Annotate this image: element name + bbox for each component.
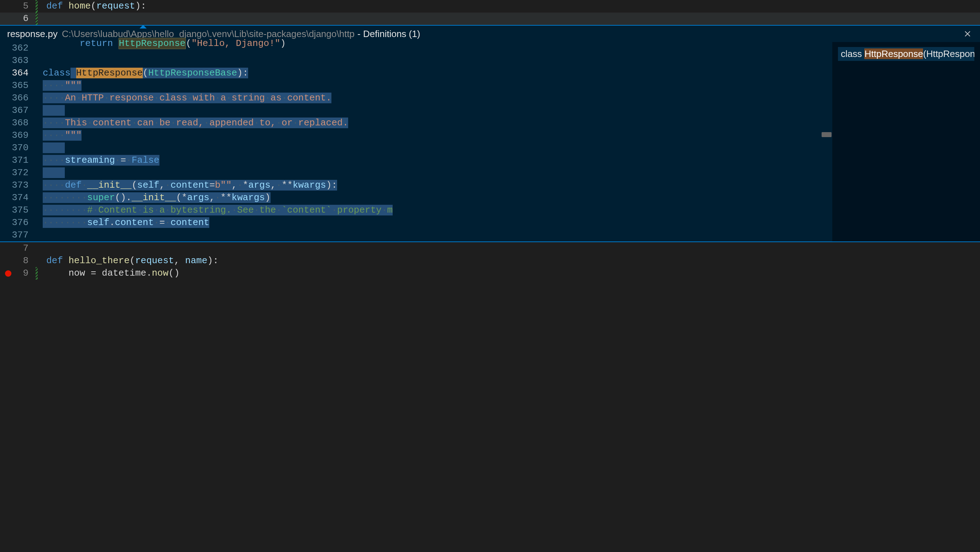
close-icon[interactable] [962,29,973,39]
peek-definition-widget: response.py C:\Users\luabud\Apps\hello_d… [0,25,980,242]
code-line[interactable]: 373····def·__init__(self,·content=b"",·*… [0,179,832,191]
code-content[interactable] [36,229,43,241]
code-line[interactable]: 364class HttpResponse(HttpResponseBase): [0,67,832,80]
code-content[interactable] [36,167,65,179]
lightbulb-icon[interactable] [80,26,89,36]
code-content[interactable]: ········super().__init__(*args,·**kwargs… [36,191,270,204]
code-line[interactable]: 362 [0,42,832,54]
code-content[interactable] [36,42,43,54]
line-number: 376 [0,217,36,229]
line-number: 7 [0,242,36,255]
code-content[interactable]: ····def·__init__(self,·content=b"",·*arg… [36,179,337,191]
code-line[interactable]: 5 def home(request): [0,0,980,13]
peek-code-editor[interactable]: 362363364class HttpResponse(HttpResponse… [0,42,832,241]
line-number: 372 [0,167,36,179]
code-line[interactable]: 377 [0,229,832,241]
code-content[interactable]: class HttpResponse(HttpResponseBase): [36,67,248,80]
line-number: 363 [0,54,36,67]
code-content[interactable] [36,142,65,154]
reference-item[interactable]: class HttpResponse(HttpResponseBa [838,47,974,61]
code-line[interactable]: 369····""" [0,129,832,142]
code-line[interactable]: 363 [0,54,832,67]
code-line[interactable]: 7 [0,242,980,255]
line-number: 9 [0,267,36,279]
ref-match: HttpResponse [864,48,923,59]
line-number: 368 [0,117,36,129]
peek-body: 362363364class HttpResponse(HttpResponse… [0,42,980,241]
code-line[interactable]: 9 now = datetime.now() [0,267,980,279]
code-line[interactable]: 370 [0,142,832,154]
code-line[interactable]: 374········super().__init__(*args,·**kwa… [0,191,832,204]
line-number: 375 [0,204,36,217]
code-line[interactable]: 375········#·Content·is·a·bytestring.·Se… [0,204,832,217]
line-number: 374 [0,191,36,204]
line-number: 5 [0,0,36,13]
line-number: 6 [0,13,36,25]
code-content[interactable]: ····streaming·=·False [36,154,159,167]
code-content[interactable]: def hello_there(request, name): [38,255,219,267]
editor-bottom[interactable]: 78def hello_there(request, name):9 now =… [0,242,980,279]
code-content[interactable]: return HttpResponse("Hello, Django!") [38,13,286,25]
line-number: 377 [0,229,36,241]
line-number: 369 [0,129,36,142]
code-content[interactable]: ····This·content·can·be·read,·appended·t… [36,117,348,129]
line-number: 366 [0,92,36,104]
line-number: 362 [0,42,36,54]
overview-ruler[interactable] [826,42,832,241]
code-line[interactable]: 372 [0,167,832,179]
line-number: 371 [0,154,36,167]
editor-top[interactable]: 5 def home(request): 6 return HttpRespon… [0,0,980,25]
ref-prefix: class [841,48,864,59]
peek-references-list[interactable]: class HttpResponse(HttpResponseBa [832,42,980,241]
code-content[interactable] [36,104,65,117]
line-number: 364 [0,67,36,80]
ref-suffix: (HttpResponseBa [923,48,974,59]
peek-defs-count: - Definitions (1) [357,29,420,40]
code-line[interactable]: 371····streaming·=·False [0,154,832,167]
code-content[interactable] [38,242,46,255]
line-number: 365 [0,80,36,92]
scrollbar-thumb[interactable] [822,132,832,137]
code-content[interactable]: ········self.content·=·content [36,217,209,229]
code-line[interactable]: 366····An·HTTP·response·class·with·a·str… [0,92,832,104]
code-content[interactable]: ····""" [36,129,81,142]
code-line[interactable]: 6 return HttpResponse("Hello, Django!") [0,13,980,25]
code-content[interactable]: ········#·Content·is·a·bytestring.·See·t… [36,204,393,217]
peek-indicator-icon [140,25,147,29]
line-number: 8 [0,255,36,267]
breakpoint-icon[interactable] [5,270,11,277]
code-line[interactable]: 376········self.content·=·content [0,217,832,229]
line-number: 370 [0,142,36,154]
code-content[interactable] [36,54,43,67]
line-number: 373 [0,179,36,191]
code-line[interactable]: 365····""" [0,80,832,92]
code-content[interactable]: ····""" [36,80,81,92]
line-number: 367 [0,104,36,117]
code-line[interactable]: 8def hello_there(request, name): [0,255,980,267]
code-content[interactable]: def home(request): [38,0,146,13]
code-content[interactable]: ····An·HTTP·response·class·with·a·string… [36,92,331,104]
code-content[interactable]: now = datetime.now() [38,267,180,279]
code-line[interactable]: 367 [0,104,832,117]
code-line[interactable]: 368····This·content·can·be·read,·appende… [0,117,832,129]
